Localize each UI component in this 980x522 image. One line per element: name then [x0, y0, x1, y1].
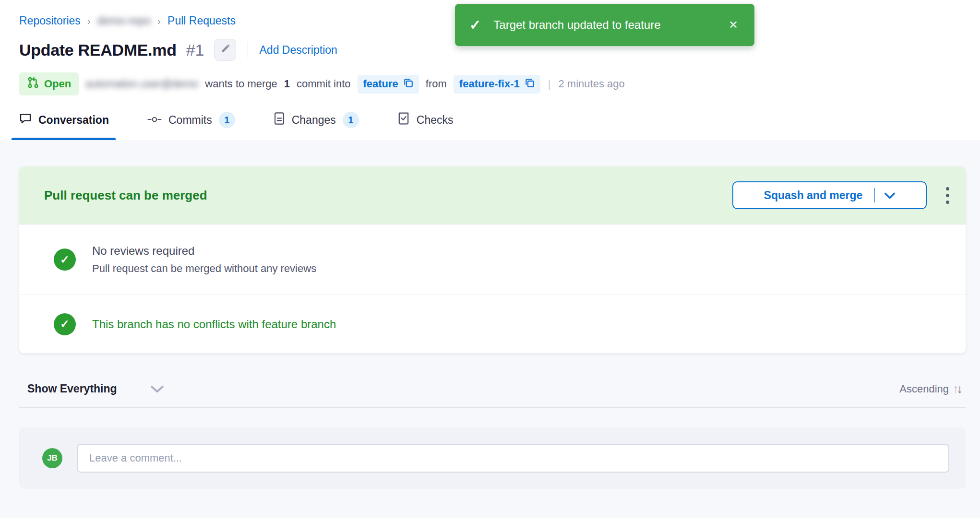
check-circle-icon: ✓: [54, 249, 76, 271]
meta-from-text: from: [426, 78, 447, 90]
tab-label: Commits: [168, 114, 212, 127]
squash-and-merge-button[interactable]: Squash and merge: [732, 181, 927, 209]
comment-input[interactable]: [77, 444, 949, 473]
breadcrumb-pull-requests-link[interactable]: Pull Requests: [167, 14, 236, 27]
edit-title-button[interactable]: [214, 39, 236, 61]
breadcrumb-repositories-link[interactable]: Repositories: [19, 14, 81, 27]
comment-composer-card: JB: [19, 427, 966, 489]
toast-message: Target branch updated to feature: [493, 18, 727, 32]
conflict-check-title: This branch has no conflicts with featur…: [92, 318, 336, 331]
meta-divider: |: [548, 78, 551, 90]
pr-title: Update README.md: [19, 41, 177, 59]
sort-order-toggle[interactable]: Ascending ↑↓: [899, 382, 961, 396]
merge-status-title: Pull request can be merged: [44, 188, 207, 203]
breadcrumb-separator: ›: [157, 15, 161, 27]
chat-bubble-icon: [19, 112, 32, 128]
target-branch-name: feature: [363, 78, 398, 90]
merge-check-row-reviews: ✓ No reviews required Pull request can b…: [19, 224, 966, 295]
pr-timestamp: 2 minutes ago: [559, 78, 625, 90]
review-check-subtitle: Pull request can be merged without any r…: [92, 262, 316, 275]
show-everything-dropdown[interactable]: Show Everything: [27, 382, 164, 395]
close-icon[interactable]: ✕: [727, 16, 740, 34]
add-description-link[interactable]: Add Description: [260, 44, 337, 57]
more-options-kebab-icon[interactable]: [941, 183, 954, 208]
file-icon: [274, 112, 285, 128]
pull-request-icon: [27, 76, 39, 92]
tab-changes[interactable]: Changes 1: [274, 112, 359, 141]
check-icon: ✓: [469, 17, 481, 33]
title-divider: [248, 42, 248, 58]
changes-count-badge: 1: [343, 112, 359, 128]
pr-state-badge: Open: [19, 72, 79, 95]
tab-label: Conversation: [38, 114, 109, 127]
section-divider: [19, 407, 966, 408]
pr-number: #1: [186, 41, 204, 59]
timeline-filter-bar: Show Everything Ascending ↑↓: [19, 382, 966, 396]
tab-checks[interactable]: Checks: [397, 112, 454, 141]
merge-actions: Squash and merge: [732, 181, 954, 209]
commit-icon: [147, 114, 162, 127]
pr-author-redacted: automation.user@demo: [85, 78, 198, 90]
button-divider: [874, 188, 875, 202]
copy-icon[interactable]: [403, 78, 413, 91]
pr-conversation-panel: Pull request can be merged Squash and me…: [0, 141, 980, 518]
check-circle-icon: ✓: [54, 313, 76, 335]
checklist-icon: [397, 112, 410, 128]
source-branch-chip[interactable]: feature-fix-1: [454, 75, 540, 94]
tab-commits[interactable]: Commits 1: [147, 112, 235, 141]
merge-status-header: Pull request can be merged Squash and me…: [19, 166, 966, 224]
success-toast: ✓ Target branch updated to feature ✕: [455, 4, 754, 46]
show-everything-label: Show Everything: [27, 382, 117, 395]
breadcrumb-repo-name-redacted[interactable]: demo-repo: [97, 14, 151, 27]
tab-label: Checks: [417, 114, 454, 127]
copy-icon[interactable]: [525, 78, 535, 91]
review-check-text: No reviews required Pull request can be …: [92, 244, 316, 275]
squash-and-merge-label: Squash and merge: [764, 189, 863, 202]
breadcrumb-separator: ›: [87, 15, 91, 27]
meta-commit-count: 1: [284, 78, 290, 90]
meta-commit-text: commit into: [297, 78, 350, 90]
pr-tabs: Conversation Commits 1 Changes 1 Checks: [19, 112, 961, 141]
pr-meta-row: Open automation.user@demo wants to merge…: [19, 72, 961, 95]
chevron-down-icon: [151, 385, 164, 393]
merge-status-card: Pull request can be merged Squash and me…: [19, 166, 966, 353]
sort-order-label: Ascending: [899, 383, 949, 395]
merge-check-row-conflicts: ✓ This branch has no conflicts with feat…: [19, 295, 966, 353]
pr-state-label: Open: [44, 78, 71, 90]
chevron-down-icon[interactable]: [884, 189, 895, 202]
commits-count-badge: 1: [219, 112, 235, 128]
tab-conversation[interactable]: Conversation: [19, 112, 109, 140]
meta-wants-text: wants to merge: [205, 78, 277, 90]
sort-arrows-icon: ↑↓: [953, 382, 961, 396]
target-branch-chip[interactable]: feature: [358, 75, 419, 94]
review-check-title: No reviews required: [92, 244, 316, 258]
tab-label: Changes: [292, 114, 336, 127]
source-branch-name: feature-fix-1: [459, 78, 520, 90]
user-avatar: JB: [42, 448, 62, 468]
pencil-icon: [219, 43, 231, 57]
